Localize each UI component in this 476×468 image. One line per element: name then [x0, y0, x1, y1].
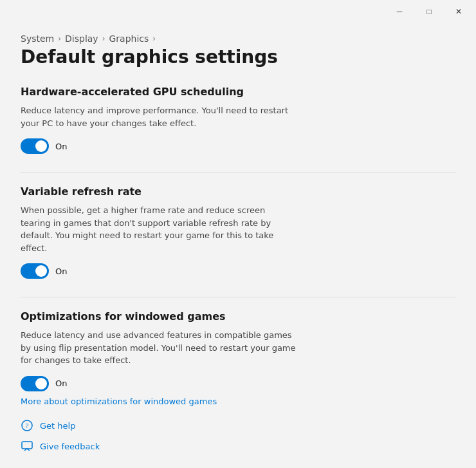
get-help-icon: ? — [21, 419, 33, 432]
breadcrumb-display[interactable]: Display — [65, 33, 98, 44]
toggle-gpu-scheduling-label: On — [55, 142, 67, 151]
section-gpu-scheduling: Hardware-accelerated GPU scheduling Redu… — [21, 86, 455, 154]
get-help-link[interactable]: Get help — [40, 421, 75, 431]
breadcrumb-sep-1: › — [58, 34, 61, 43]
toggle-variable-refresh[interactable] — [21, 263, 49, 279]
maximize-button[interactable]: □ — [414, 1, 444, 22]
page-title: Default graphics settings — [21, 46, 455, 68]
section-gpu-scheduling-title: Hardware-accelerated GPU scheduling — [21, 86, 455, 98]
breadcrumb-sep-2: › — [102, 34, 105, 43]
title-bar: ─ □ ✕ — [0, 0, 476, 23]
windowed-games-link[interactable]: More about optimizations for windowed ga… — [21, 397, 217, 406]
breadcrumb: System › Display › Graphics › Default gr… — [21, 33, 455, 68]
svg-rect-2 — [22, 442, 32, 449]
divider-2 — [21, 297, 455, 297]
breadcrumb-sep-3: › — [152, 34, 156, 43]
breadcrumb-graphics[interactable]: Graphics — [109, 33, 149, 44]
close-button[interactable]: ✕ — [444, 1, 473, 22]
toggle-windowed-games[interactable] — [21, 376, 49, 391]
section-windowed-games-desc: Reduce latency and use advanced features… — [21, 329, 297, 367]
window: ─ □ ✕ System › Display › Graphics › Defa… — [0, 0, 476, 468]
breadcrumb-system[interactable]: System — [21, 33, 54, 44]
get-help-item[interactable]: ? Get help — [21, 419, 100, 432]
give-feedback-link[interactable]: Give feedback — [40, 442, 100, 451]
footer: ? Get help Give feedback — [21, 419, 100, 453]
toggle-variable-refresh-label: On — [55, 267, 67, 276]
section-gpu-scheduling-desc: Reduce latency and improve performance. … — [21, 104, 297, 129]
toggle-windowed-games-label: On — [55, 379, 67, 388]
minimize-button[interactable]: ─ — [385, 1, 414, 22]
section-variable-refresh: Variable refresh rate When possible, get… — [21, 185, 455, 279]
section-variable-refresh-title: Variable refresh rate — [21, 185, 455, 198]
give-feedback-item[interactable]: Give feedback — [21, 440, 100, 453]
section-windowed-games: Optimizations for windowed games Reduce … — [21, 310, 455, 407]
section-windowed-games-title: Optimizations for windowed games — [21, 310, 455, 323]
give-feedback-icon — [21, 440, 33, 453]
toggle-row-variable-refresh: On — [21, 263, 455, 279]
toggle-row-windowed-games: On — [21, 376, 455, 391]
toggle-gpu-scheduling[interactable] — [21, 138, 49, 154]
toggle-row-gpu-scheduling: On — [21, 138, 455, 154]
svg-text:?: ? — [26, 422, 29, 429]
section-variable-refresh-desc: When possible, get a higher frame rate a… — [21, 204, 297, 254]
divider-1 — [21, 172, 455, 173]
main-content: System › Display › Graphics › Default gr… — [0, 23, 476, 440]
